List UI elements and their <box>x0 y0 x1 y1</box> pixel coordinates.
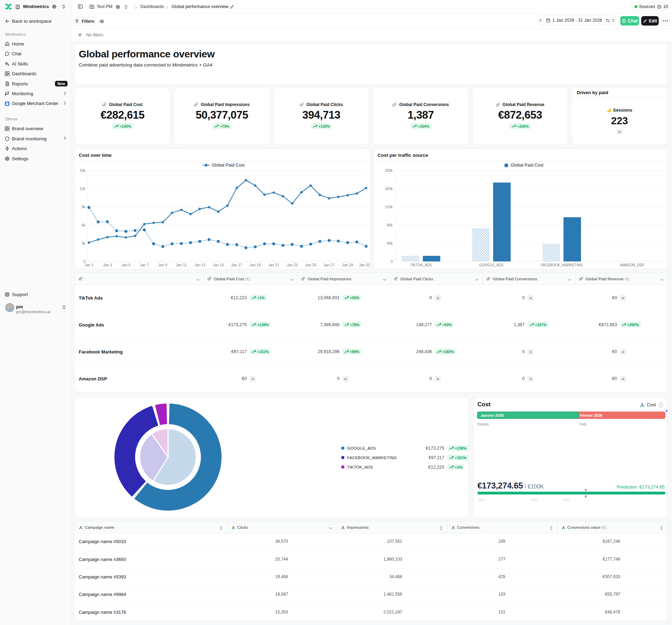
svg-text:3k: 3k <box>82 241 86 245</box>
svg-text:12k: 12k <box>79 187 86 191</box>
svg-text:9k: 9k <box>82 205 86 209</box>
svg-text:Jan 13: Jan 13 <box>194 263 205 267</box>
svg-text:160k: 160k <box>385 187 393 191</box>
svg-text:Jan 1: Jan 1 <box>84 263 93 267</box>
svg-text:Jan 29: Jan 29 <box>342 263 353 267</box>
svg-text:Jan 3: Jan 3 <box>103 263 112 267</box>
svg-text:Jan 15: Jan 15 <box>213 263 224 267</box>
svg-text:Jan 17: Jan 17 <box>231 263 242 267</box>
svg-text:Jan 7: Jan 7 <box>140 263 149 267</box>
svg-text:Jan 9: Jan 9 <box>158 263 167 267</box>
svg-text:0: 0 <box>391 259 393 264</box>
svg-text:15k: 15k <box>79 168 86 173</box>
svg-text:Jan 25: Jan 25 <box>305 263 316 267</box>
svg-text:Jan 11: Jan 11 <box>176 263 187 267</box>
svg-text:AMAZON_DSP: AMAZON_DSP <box>620 263 644 267</box>
svg-text:GOOGLE_ADS: GOOGLE_ADS <box>479 263 504 267</box>
svg-text:40k: 40k <box>387 241 393 245</box>
svg-text:120k: 120k <box>385 205 393 209</box>
svg-text:TIKTOK_ADS: TIKTOK_ADS <box>410 263 432 267</box>
svg-text:Jan 21: Jan 21 <box>268 263 279 267</box>
svg-text:Jan 5: Jan 5 <box>121 263 131 267</box>
svg-text:6k: 6k <box>82 223 86 227</box>
svg-text:Jan 19: Jan 19 <box>250 263 261 267</box>
svg-text:Jan 27: Jan 27 <box>323 263 335 267</box>
svg-text:80k: 80k <box>387 223 393 227</box>
svg-text:FACEBOOK_MARKETING: FACEBOOK_MARKETING <box>541 263 583 267</box>
svg-text:Jan 23: Jan 23 <box>287 263 298 267</box>
svg-text:200k: 200k <box>385 168 393 173</box>
svg-text:Jan 31: Jan 31 <box>359 263 370 267</box>
